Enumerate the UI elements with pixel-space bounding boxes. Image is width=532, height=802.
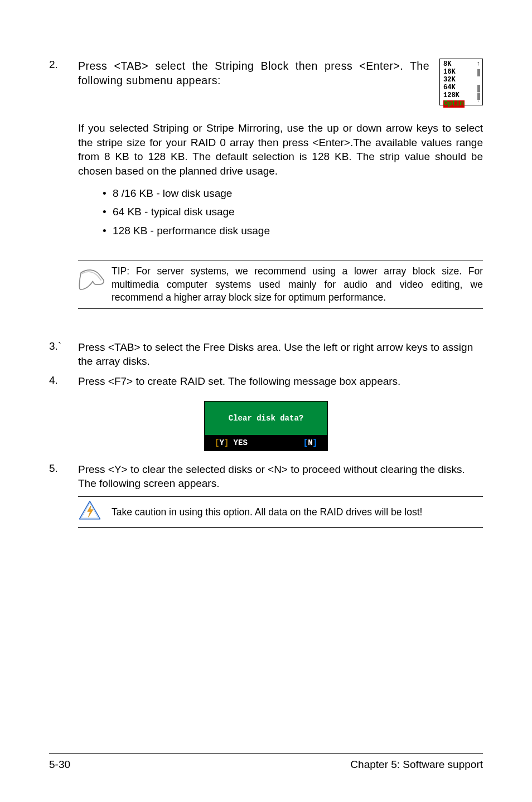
footer-row: 5-30 Chapter 5: Software support xyxy=(49,758,483,771)
warning-text: Take caution in using this option. All d… xyxy=(112,506,483,519)
chapter-label: Chapter 5: Software support xyxy=(350,758,483,771)
step-3-text: Press <TAB> to select the Free Disks are… xyxy=(78,340,483,369)
stripe-option: 16K xyxy=(443,69,480,76)
divider xyxy=(49,753,483,754)
clear-disk-dialog: Clear disk data? [Y] YES [N] xyxy=(204,401,328,451)
yes-label: YES xyxy=(229,438,248,447)
stripe-option-selected: Optim xyxy=(443,100,480,108)
step-3-row: 3.` Press <TAB> to select the Free Disks… xyxy=(49,340,483,369)
stripe-option-label: 8K xyxy=(443,61,451,69)
warning-content: Take caution in using this option. All d… xyxy=(78,497,483,527)
tip-callout: TIP: For server systems, we recommend us… xyxy=(78,260,483,308)
step-2-body: Press <TAB> select the Striping Block th… xyxy=(78,59,483,105)
step-2-number: 2. xyxy=(49,59,78,71)
scroll-up-arrow-icon: ↑ xyxy=(476,60,480,67)
stripe-option: 32K xyxy=(443,76,480,84)
stripe-selected-label: Optim xyxy=(443,100,465,108)
dialog-buttons: [Y] YES [N] xyxy=(205,435,327,451)
bracket-icon: ] xyxy=(313,438,317,447)
stripe-option-label: 64K xyxy=(443,84,456,92)
dialog-title: Clear disk data? xyxy=(205,402,327,435)
steps-continued: 3.` Press <TAB> to select the Free Disks… xyxy=(49,340,483,389)
tip-text: TIP: For server systems, we recommend us… xyxy=(112,265,483,303)
step-5-row: 5. Press <Y> to clear the selected disks… xyxy=(49,462,483,491)
page-number: 5-30 xyxy=(49,758,70,771)
stripe-option-label: 32K xyxy=(443,76,456,84)
stripe-usage-list: 8 /16 KB - low disk usage 64 KB - typica… xyxy=(103,186,483,238)
stripe-option-label: 16K xyxy=(443,69,456,76)
list-item: 128 KB - performance disk usage xyxy=(103,224,483,238)
tip-content: TIP: For server systems, we recommend us… xyxy=(78,260,483,308)
hand-pointing-icon xyxy=(78,265,112,293)
step-4-row: 4. Press <F7> to create RAID set. The fo… xyxy=(49,374,483,389)
step-2-text: Press <TAB> select the Striping Block th… xyxy=(78,59,429,88)
stripe-option-label: 128K xyxy=(443,92,460,100)
bracket-icon: ] xyxy=(224,438,229,447)
bracket-icon: [ xyxy=(303,438,308,447)
page-footer: 5-30 Chapter 5: Software support xyxy=(49,753,483,771)
stripe-option: 128K xyxy=(443,92,480,100)
lightning-warning-icon xyxy=(78,500,112,524)
page: 2. Press <TAB> select the Striping Block… xyxy=(0,0,532,802)
warning-callout: Take caution in using this option. All d… xyxy=(78,496,483,528)
stripe-option: 8K xyxy=(443,61,480,69)
step-4-text: Press <F7> to create RAID set. The follo… xyxy=(78,374,483,389)
scroll-down-arrow-icon: ↓ xyxy=(476,96,480,104)
divider xyxy=(78,308,483,309)
scrollbar-thumb-icon xyxy=(477,85,480,92)
step-2-row: 2. Press <TAB> select the Striping Block… xyxy=(49,59,483,105)
step-5-text: Press <Y> to clear the selected disks or… xyxy=(78,462,483,491)
yes-key: Y xyxy=(219,438,224,447)
yes-option: [Y] YES xyxy=(215,438,248,447)
step-4-number: 4. xyxy=(49,374,78,386)
scrollbar-thumb-icon xyxy=(477,69,480,76)
list-item: 8 /16 KB - low disk usage xyxy=(103,186,483,201)
clear-disk-dialog-wrap: Clear disk data? [Y] YES [N] xyxy=(49,401,483,451)
stripe-size-description: If you selected Striping or Stripe Mirro… xyxy=(78,121,483,178)
no-option: [N] xyxy=(303,438,317,447)
no-key: N xyxy=(308,438,312,447)
stripe-size-submenu: ↑ 8K 16K 32K 64K 128K Optim ↓ xyxy=(439,59,483,105)
divider xyxy=(78,527,483,528)
step-5-number: 5. xyxy=(49,462,78,475)
step-3-number: 3.` xyxy=(49,340,78,352)
list-item: 64 KB - typical disk usage xyxy=(103,205,483,219)
stripe-option: 64K xyxy=(443,84,480,92)
